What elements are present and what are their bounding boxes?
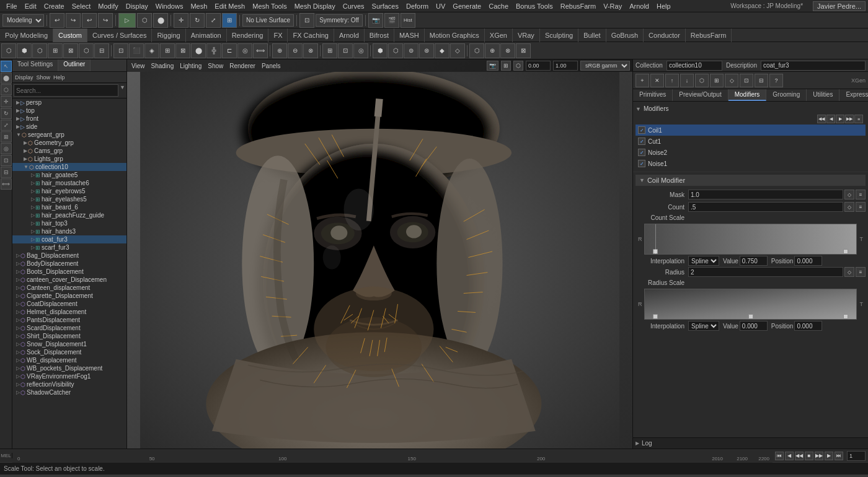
- vp-show[interactable]: Show: [206, 63, 225, 69]
- no-live-btn[interactable]: No Live Surface: [242, 14, 294, 27]
- grad-handle2-mid[interactable]: [748, 314, 753, 319]
- log-panel[interactable]: ▶ Log: [633, 437, 868, 449]
- tree-item-hair_eyelashes5[interactable]: ▷ ⊞ hair_eyelashes5: [12, 195, 126, 203]
- tab-vray[interactable]: VRay: [513, 28, 540, 42]
- tree-item-reflectionVisibility[interactable]: ▷ ⬡ reflectionVisibility: [12, 380, 126, 388]
- rp-paste-btn[interactable]: ⊟: [755, 74, 768, 87]
- tree-item-top[interactable]: ▶ ▷ top: [12, 107, 126, 115]
- tree-item-persp[interactable]: ▶ ▷ persp: [12, 98, 126, 107]
- ico-bool1[interactable]: ⊕: [272, 43, 287, 58]
- tab-mash[interactable]: MASH: [394, 28, 425, 42]
- tree-item-Snow_Displacement1[interactable]: ▷ ⬡ Snow_Displacement1: [12, 340, 126, 348]
- outliner-display[interactable]: Display: [14, 74, 35, 81]
- mod-nav-first[interactable]: ◀◀: [817, 115, 826, 123]
- grad-handle-right[interactable]: [843, 249, 848, 254]
- rp-tab-primitives[interactable]: Primitives: [633, 89, 673, 101]
- ico-sculpt1[interactable]: ⬢: [373, 43, 388, 58]
- vp-panels[interactable]: Panels: [260, 63, 283, 69]
- vp-renderer[interactable]: Renderer: [228, 63, 257, 69]
- tab-rebus[interactable]: RebusFarm: [686, 28, 732, 42]
- tb-magnet-btn[interactable]: ⊡: [299, 13, 314, 28]
- radius-key-btn[interactable]: ◇: [844, 267, 854, 277]
- tree-item-front[interactable]: ▶ ▷ front: [12, 115, 126, 123]
- pos1-input[interactable]: [794, 256, 822, 266]
- collection-input[interactable]: [666, 61, 722, 71]
- mod-nav-next[interactable]: ▶: [836, 115, 844, 123]
- tree-item-Shirt_Displacement[interactable]: ▷ ⬡ Shirt_Displacement: [12, 332, 126, 340]
- tb-paint-btn[interactable]: ⬤: [153, 13, 168, 28]
- tab-xgen[interactable]: XGen: [485, 28, 513, 42]
- count-option-btn[interactable]: ≡: [856, 202, 866, 212]
- tool-select[interactable]: ↖: [1, 61, 12, 72]
- menu-meshdisplay[interactable]: Mesh Display: [291, 2, 339, 10]
- tree-item-ShadowCatcher[interactable]: ▷ ⬡ ShadowCatcher: [12, 388, 126, 396]
- rp-move-down-btn[interactable]: ↓: [680, 74, 694, 87]
- grad-handle2-right[interactable]: [843, 314, 848, 319]
- tree-item-coat_fur3[interactable]: ▷ ⊞ coat_fur3: [12, 235, 126, 243]
- tb-scale-btn[interactable]: ⤢: [206, 13, 221, 28]
- viewport[interactable]: View Shading Lighting Show Renderer Pane…: [127, 59, 632, 449]
- tree-item-hair_goatee5[interactable]: ▷ ⊞ hair_goatee5: [12, 171, 126, 179]
- ico-bevel[interactable]: ◈: [144, 43, 159, 58]
- tab-custom[interactable]: Custom: [53, 28, 87, 42]
- tab-rendering[interactable]: Rendering: [227, 28, 269, 42]
- tb-rotate-btn[interactable]: ↻: [190, 13, 205, 28]
- ico-mesh5[interactable]: ⊠: [63, 43, 78, 58]
- vp-view[interactable]: View: [130, 63, 147, 69]
- timeline[interactable]: 0 50 100 150 200 2010 2100 2200: [12, 449, 773, 463]
- tool-mirror[interactable]: ⟺: [1, 178, 12, 190]
- ico-mesh3[interactable]: ⬡: [32, 43, 47, 58]
- tab-motion-graphics[interactable]: Motion Graphics: [425, 28, 485, 42]
- tab-rigging[interactable]: Rigging: [152, 28, 185, 42]
- tree-item-PantsDisplacement[interactable]: ▷ ⬡ PantsDisplacement: [12, 316, 126, 324]
- vp-value2[interactable]: [553, 61, 578, 71]
- tab-fx[interactable]: FX: [268, 28, 288, 42]
- tab-animation[interactable]: Animation: [186, 28, 227, 42]
- ico-bool2[interactable]: ⊖: [288, 43, 303, 58]
- ico-merge[interactable]: ⊠: [175, 43, 190, 58]
- tree-item-Helmet_displacement[interactable]: ▷ ⬡ Helmet_displacement: [12, 308, 126, 316]
- count-scale-bar[interactable]: [644, 224, 857, 255]
- mod-noise2-check[interactable]: ✓: [638, 149, 645, 156]
- mod-noise1-check[interactable]: ✓: [638, 160, 645, 167]
- description-input[interactable]: [761, 61, 866, 71]
- mode-select[interactable]: Modeling: [2, 14, 44, 27]
- tree-item-hair_moustache6[interactable]: ▷ ⊞ hair_moustache6: [12, 179, 126, 187]
- ico-connect[interactable]: ╬: [206, 43, 221, 58]
- tree-item-sergeant_grp[interactable]: ▼ ⬡ sergeant_grp: [12, 131, 126, 139]
- menu-modify[interactable]: Modify: [94, 2, 122, 10]
- ico-sp4[interactable]: ⊠: [516, 43, 531, 58]
- play-skip-end[interactable]: ⏭: [835, 452, 843, 460]
- menu-vray[interactable]: V-Ray: [600, 2, 626, 10]
- rp-move-btn[interactable]: ↑: [665, 74, 679, 87]
- rp-tab-modifiers[interactable]: Modifiers: [728, 89, 767, 101]
- tool-rotate[interactable]: ↻: [1, 108, 12, 119]
- frame-input[interactable]: [847, 451, 866, 461]
- menu-editmesh[interactable]: Edit Mesh: [211, 2, 249, 10]
- tree-item-Bag_Displacement[interactable]: ▷ ⬡ Bag_Displacement: [12, 252, 126, 260]
- tab-arnold[interactable]: Arnold: [334, 28, 365, 42]
- rp-tab-grooming[interactable]: Grooming: [766, 89, 807, 101]
- count-input[interactable]: [688, 202, 843, 212]
- tree-item-hair_peachFuzz_guide[interactable]: ▷ ⊞ hair_peachFuzz_guide: [12, 211, 126, 219]
- menu-cache[interactable]: Cache: [485, 2, 512, 10]
- vp-color-mode[interactable]: sRGB gamma: [580, 61, 630, 71]
- ico-mesh7[interactable]: ⊟: [94, 43, 109, 58]
- menu-select[interactable]: Select: [68, 2, 95, 10]
- tab-gobrush[interactable]: GoBrush: [606, 28, 644, 42]
- tree-item-ScardDisplacement[interactable]: ▷ ⬡ ScardDisplacement: [12, 324, 126, 332]
- rp-tab-utilities[interactable]: Utilities: [807, 89, 839, 101]
- grad-handle2-left[interactable]: [653, 314, 658, 319]
- interp1-select[interactable]: Spline Linear Step: [688, 256, 719, 266]
- tree-item-side[interactable]: ▶ ▷ side: [12, 123, 126, 131]
- menu-file[interactable]: File: [2, 2, 21, 10]
- mod-cut1-check[interactable]: ✓: [638, 138, 645, 145]
- mod-options[interactable]: ≡: [854, 115, 863, 123]
- vp-wireframe-btn[interactable]: ⬡: [513, 61, 523, 71]
- vp-grid-btn[interactable]: ⊞: [501, 61, 511, 71]
- tree-item-hair_beard_6[interactable]: ▷ ⊞ hair_beard_6: [12, 203, 126, 211]
- ico-mirror[interactable]: ⟺: [253, 43, 268, 58]
- play-step-back[interactable]: ◀: [785, 452, 794, 460]
- ico-loop[interactable]: ⊞: [160, 43, 175, 58]
- rp-key-btn[interactable]: ◇: [725, 74, 738, 87]
